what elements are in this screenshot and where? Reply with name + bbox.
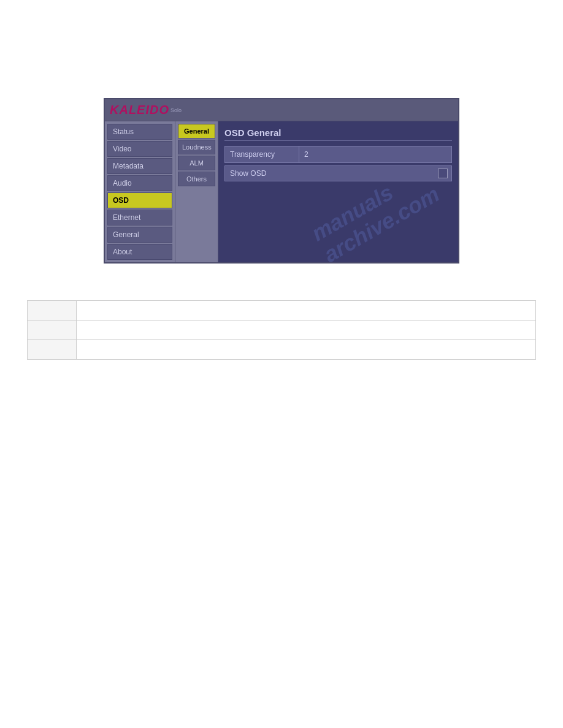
table-cell xyxy=(28,340,77,360)
subnav-item-general[interactable]: General xyxy=(178,124,215,138)
sub-nav: General Loudness ALM Others xyxy=(175,121,218,262)
logo-text: KALEIDO xyxy=(110,103,169,117)
table-row xyxy=(28,301,536,320)
sidebar-item-metadata[interactable]: Metadata xyxy=(107,158,172,174)
panel-title: OSD General xyxy=(224,127,452,141)
logo-solo: Solo xyxy=(170,107,182,113)
app-window: KALEIDO Solo Status Video Metadata Audio… xyxy=(104,98,459,264)
table-cell xyxy=(28,301,77,320)
subnav-item-loudness[interactable]: Loudness xyxy=(178,140,215,154)
sidebar-item-ethernet[interactable]: Ethernet xyxy=(107,210,172,226)
show-osd-checkbox[interactable] xyxy=(438,169,448,178)
sidebar-item-osd[interactable]: OSD xyxy=(107,192,172,208)
show-osd-label: Show OSD xyxy=(225,166,299,181)
transparency-value[interactable]: 2 xyxy=(299,147,451,162)
bottom-table xyxy=(27,300,536,360)
left-nav: Status Video Metadata Audio OSD Ethernet… xyxy=(105,121,175,262)
subnav-item-others[interactable]: Others xyxy=(178,172,215,186)
sidebar-item-audio[interactable]: Audio xyxy=(107,175,172,191)
header-bar: KALEIDO Solo xyxy=(105,99,458,121)
table-cell xyxy=(77,340,536,360)
transparency-label: Transparency xyxy=(225,147,299,162)
table-cell xyxy=(28,320,77,340)
main-content: Status Video Metadata Audio OSD Ethernet… xyxy=(105,121,458,262)
table-row xyxy=(28,320,536,340)
content-panel: OSD General Transparency 2 Show OSD manu… xyxy=(218,121,458,262)
subnav-item-alm[interactable]: ALM xyxy=(178,156,215,170)
sidebar-item-video[interactable]: Video xyxy=(107,141,172,157)
sidebar-item-status[interactable]: Status xyxy=(107,124,172,140)
show-osd-field-row: Show OSD xyxy=(224,165,452,181)
show-osd-value xyxy=(299,170,438,176)
table-cell xyxy=(77,301,536,320)
table-row xyxy=(28,340,536,360)
sidebar-item-general[interactable]: General xyxy=(107,227,172,243)
transparency-field-row: Transparency 2 xyxy=(224,146,452,163)
sidebar-item-about[interactable]: About xyxy=(107,244,172,260)
table-cell xyxy=(77,320,536,340)
